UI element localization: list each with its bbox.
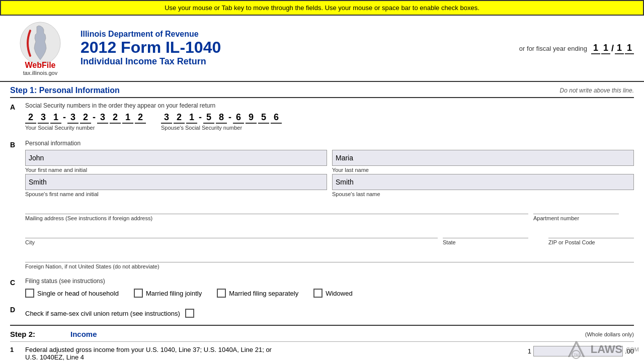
filing-widowed: Widowed (313, 289, 352, 298)
apt-group: Apartment number (533, 198, 634, 221)
step1-label: Step 1: (10, 86, 37, 95)
fiscal-m2[interactable]: 1 (601, 43, 610, 54)
city-input[interactable] (25, 222, 438, 238)
section-d: D Check if same-sex civil union return (… (10, 305, 634, 318)
fiscal-d1[interactable]: 1 (615, 43, 624, 54)
svg-text:TM: TM (574, 353, 579, 356)
fiscal-boxes: 1 1 / 1 1 (591, 43, 634, 54)
section-b-desc: Personal information (25, 140, 634, 147)
ssn-dash2: - (93, 112, 96, 124)
state-input[interactable] (443, 222, 528, 238)
section-b: B Personal information Your first name a… (10, 140, 634, 270)
filing-separate-checkbox[interactable] (217, 289, 226, 298)
sssn-d8[interactable]: 5 (258, 112, 269, 124)
form-title-area: Illinois Department of Revenue 2012 Form… (80, 30, 519, 67)
foreign-nation-label: Foreign Nation, if not United States (do… (25, 263, 634, 269)
your-ssn-boxes: 2 3 1 - 3 2 - 3 2 1 2 (25, 112, 146, 124)
form-body: Step 1: Personal Information Do not writ… (0, 82, 644, 362)
filing-single-checkbox[interactable] (25, 289, 34, 298)
sssn-d6[interactable]: 6 (233, 112, 244, 124)
section-b-letter: B (10, 141, 20, 270)
filing-joint-label: Married filing jointly (146, 290, 202, 297)
foreign-nation-row: Foreign Nation, if not United States (do… (25, 246, 634, 269)
filing-widowed-checkbox[interactable] (313, 289, 323, 298)
ssn-d3[interactable]: 1 (50, 112, 61, 124)
step2-divider (10, 341, 634, 342)
ssn-d4[interactable]: 3 (67, 112, 78, 124)
same-sex-row: Check if same-sex civil union return (se… (25, 309, 634, 318)
your-last-name-input[interactable] (332, 150, 634, 166)
section-a-desc: Social Security numbers in the order the… (25, 102, 634, 109)
fiscal-m1[interactable]: 1 (591, 43, 600, 54)
filing-status-row: Single or head of household Married fili… (25, 289, 634, 298)
zip-group: ZIP or Postal Code (548, 222, 634, 245)
income-num-1: 1 (10, 346, 20, 353)
spouse-last-name-label: Spouse's last name (332, 191, 634, 197)
ssn-d1[interactable]: 2 (25, 112, 36, 124)
foreign-nation-group: Foreign Nation, if not United States (do… (25, 246, 634, 269)
ssn-d5[interactable]: 2 (80, 112, 91, 124)
tax-url: tax.illinois.gov (23, 70, 57, 76)
sssn-dash2: - (228, 112, 231, 124)
ssn-row: 2 3 1 - 3 2 - 3 2 1 2 Your Social Securi… (25, 112, 634, 131)
sssn-d5[interactable]: 8 (216, 112, 227, 124)
sssn-d1[interactable]: 3 (161, 112, 172, 124)
logo-area: WebFile tax.illinois.gov (10, 21, 70, 76)
mailing-address-input[interactable] (25, 198, 528, 214)
step2-header-row: Step 2: Income (Whole dollars only) (10, 328, 634, 340)
sssn-d2[interactable]: 2 (174, 112, 185, 124)
spouse-first-name-input[interactable] (25, 174, 327, 190)
ssn-d7[interactable]: 2 (110, 112, 121, 124)
ssn-d8[interactable]: 1 (122, 112, 133, 124)
city-label: City (25, 239, 438, 245)
income-line-num: 1 (528, 347, 531, 355)
apt-input[interactable] (533, 198, 619, 214)
laws-logo-icon: TM (564, 339, 589, 359)
filing-joint-checkbox[interactable] (134, 289, 143, 298)
laws-text: LAWS (591, 343, 623, 356)
sssn-d4[interactable]: 5 (203, 112, 214, 124)
section-d-content: Check if same-sex civil union return (se… (25, 305, 634, 318)
sssn-d7[interactable]: 9 (246, 112, 257, 124)
last-name-row: Spouse's first name and initial Spouse's… (25, 174, 634, 197)
fiscal-slash: / (611, 43, 614, 54)
mailing-address-group: Mailing address (See instructions if for… (25, 198, 528, 221)
same-sex-label: Check if same-sex civil union return (se… (25, 310, 180, 317)
section-c-desc: Filing status (see instructions) (25, 278, 634, 285)
form-header: WebFile tax.illinois.gov Illinois Depart… (0, 16, 644, 82)
ssn-dash1: - (63, 112, 66, 124)
zip-input[interactable] (548, 222, 634, 238)
first-name-row: Your first name and initial Your last na… (25, 150, 634, 173)
income-row-1: 1 Federal adjusted gross income from you… (10, 343, 634, 362)
ssn-d6[interactable]: 3 (97, 112, 108, 124)
section-c-content: Filing status (see instructions) Single … (25, 278, 634, 298)
whole-dollars-label: (Whole dollars only) (585, 331, 634, 337)
filing-separate-label: Married filing separately (229, 290, 298, 297)
spouse-last-name-input[interactable] (332, 174, 634, 190)
do-not-write: Do not write above this line. (560, 87, 634, 94)
spouse-ssn-boxes: 3 2 1 - 5 8 - 6 9 5 6 (161, 112, 282, 124)
filing-single: Single or head of household (25, 289, 119, 298)
your-last-name-group: Your last name (332, 150, 634, 173)
form-title: 2012 Form IL-1040 (80, 39, 519, 56)
ssn-d9[interactable]: 2 (135, 112, 146, 124)
step1-title: Step 1: Personal Information (10, 86, 120, 95)
sssn-d3[interactable]: 1 (186, 112, 197, 124)
step2-title: Income (70, 330, 97, 338)
sssn-dash1: - (199, 112, 202, 124)
ssn-d2[interactable]: 3 (38, 112, 49, 124)
your-first-name-input[interactable] (25, 150, 327, 166)
filing-single-label: Single or head of household (37, 290, 119, 297)
city-state-zip-row: City State ZIP or Postal Code (25, 222, 634, 245)
your-ssn-group: 2 3 1 - 3 2 - 3 2 1 2 Your Social Securi… (25, 112, 146, 131)
dept-name: Illinois Department of Revenue (80, 30, 519, 39)
foreign-nation-input[interactable] (25, 246, 634, 262)
city-group: City (25, 222, 438, 245)
section-d-letter: D (10, 306, 20, 318)
same-sex-checkbox[interactable] (185, 309, 194, 318)
your-first-name-label: Your first name and initial (25, 167, 327, 173)
fiscal-d2[interactable]: 1 (625, 43, 634, 54)
section-c-letter: C (10, 279, 20, 298)
sssn-d9[interactable]: 6 (271, 112, 282, 124)
webfile-label: WebFile (25, 61, 55, 70)
